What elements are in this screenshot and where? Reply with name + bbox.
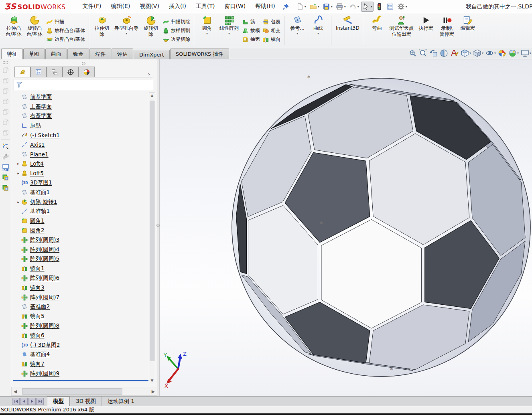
sketch-point-marker[interactable]: * [307,75,311,82]
open-button[interactable]: ▾ [308,2,321,12]
tab-钣金[interactable]: 钣金 [67,49,89,59]
options-list-button[interactable] [385,2,395,12]
rollback-bar[interactable] [13,380,148,381]
view-cube-icon[interactable] [2,119,10,127]
mirror-button[interactable]: 镜向 [262,35,280,44]
dropdown-caret-icon[interactable]: ▾ [406,5,407,8]
scrollbar-thumb[interactable] [22,388,122,395]
lofted-cut-button[interactable]: 放样切割 [162,26,190,35]
revolved-boss-button[interactable]: 旋转凸台/基体 [24,14,45,47]
displaymanager-tab[interactable] [79,67,95,77]
edit-macro-button[interactable]: 编辑宏 [457,14,478,47]
dropdown-caret-icon[interactable]: ▾ [371,5,372,8]
tree-item[interactable]: 阵列(圆周)4 [11,245,148,255]
dropdown-caret-icon[interactable]: ▾ [530,51,531,55]
tree-item[interactable]: 右基準面 [11,111,148,121]
view-cube-icon[interactable] [2,87,10,95]
shell-button[interactable]: 抽壳 [242,35,260,44]
view-cube-icon[interactable] [2,77,10,85]
tab-SOLIDWORKS 插件[interactable]: SOLIDWORKS 插件 [170,49,229,59]
swept-cut-button[interactable]: 扫描切除 [162,17,190,26]
tree-item[interactable]: 前基準面 [11,92,148,102]
tree-item[interactable]: 镜向3 [11,283,148,293]
view-orientation-button[interactable]: ▾ [461,49,471,57]
tab-曲面[interactable]: 曲面 [45,49,67,59]
dropdown-caret-icon[interactable]: ▾ [317,32,319,35]
tab-特征[interactable]: 特征 [1,49,23,59]
dropdown-caret-icon[interactable]: ▾ [517,51,519,55]
menu-item-1[interactable]: 编辑(E) [106,0,135,12]
view-cube-icon[interactable] [2,129,10,137]
tree-item[interactable]: Axis1 [11,140,148,150]
section-view-button[interactable] [440,49,448,57]
tree-item[interactable]: 3D草图1 [11,178,148,188]
curves-button[interactable]: 曲线▾ [308,14,329,47]
tree-item[interactable]: 镜向1 [11,264,148,273]
tree-item[interactable]: 上基準面 [11,102,148,111]
tree-item[interactable]: ▸切除-旋转1 [11,197,148,207]
graphics-viewport[interactable]: * * * Y Z X [160,59,532,396]
display-style-button[interactable]: ▾ [473,49,483,57]
instant3d-button[interactable]: Instant3D [334,14,361,47]
screen-capture-icon[interactable] [2,163,10,171]
expand-arrow-icon[interactable]: ▸ [15,162,21,166]
flex-button[interactable]: 弯曲 [367,14,388,47]
reference-geometry-button[interactable]: 参考...▾ [287,14,308,47]
apply-scene-button[interactable]: ▾ [508,49,519,57]
tree-item[interactable]: 原點 [11,121,148,130]
print-button[interactable]: ▾ [335,2,347,12]
tree-item[interactable]: 阵列(圆周)6 [11,273,148,283]
hide-show-items-button[interactable]: ▾ [485,49,496,57]
menu-item-0[interactable]: 文件(F) [78,0,106,12]
sheet-tab-1[interactable]: 3D 视图 [70,397,102,406]
dropdown-caret-icon[interactable]: ▾ [296,32,298,35]
dropdown-caret-icon[interactable]: ▾ [305,5,306,8]
dropdown-caret-icon[interactable]: ▾ [344,5,346,8]
panel-tabs-more-button[interactable]: › [146,71,152,77]
lofted-boss-button[interactable]: 放样凸台/基体 [46,26,85,35]
panel-collapse-handle[interactable] [82,62,85,65]
last-sheet-button[interactable] [36,398,44,405]
scroll-left-icon[interactable]: ◀ [12,389,19,394]
previous-view-button[interactable] [429,49,438,57]
draft-button[interactable]: 拔模 [242,26,260,35]
next-sheet-button[interactable] [28,398,36,405]
tree-horizontal-scrollbar[interactable]: ◀ ▶ [11,387,157,396]
scroll-right-icon[interactable]: ▶ [150,389,157,394]
dimxpertmanager-tab[interactable] [63,67,79,77]
extruded-cut-button[interactable]: 拉伸切除 [91,14,112,47]
settings-button[interactable]: ▾ [396,2,408,12]
dropdown-caret-icon[interactable]: ▾ [331,5,333,8]
select-button[interactable]: ▾ [361,2,374,12]
view-cube-icon[interactable] [2,98,10,106]
splitter-handle[interactable] [156,224,160,227]
linear-pattern-button[interactable]: 线性阵列▾ [217,14,241,47]
annotations-button[interactable] [450,49,459,57]
hole-wizard-button[interactable]: 异型孔向导▾ [112,14,140,47]
dropdown-caret-icon[interactable]: ▾ [357,5,359,8]
configurationmanager-tab[interactable] [47,67,63,77]
tab-DimXpert[interactable]: DimXpert [134,50,170,59]
tree-item[interactable]: 基准面2 [11,302,148,312]
new-document-button[interactable]: ▾ [295,2,307,12]
expand-arrow-icon[interactable]: ▸ [15,200,21,204]
menu-item-4[interactable]: 工具(T) [191,0,219,12]
extruded-boss-button[interactable]: 拉伸凸台/基体 [3,14,24,47]
dropdown-caret-icon[interactable]: ▾ [228,32,230,35]
menu-item-2[interactable]: 视图(V) [135,0,164,12]
dropdown-caret-icon[interactable]: ▾ [494,51,496,55]
save-button[interactable]: ▾ [321,2,334,12]
sheet-tab-2[interactable]: 运动算例 1 [102,397,140,406]
dropdown-caret-icon[interactable]: ▾ [482,51,483,55]
tree-item[interactable]: 基准面4 [11,350,148,360]
dropdown-caret-icon[interactable]: ▾ [206,32,208,35]
menu-item-6[interactable]: 帮助(H) [250,0,280,12]
expand-arrow-icon[interactable]: ▸ [15,171,21,175]
featuremanager-tab[interactable] [14,67,30,77]
rebuild-button[interactable] [374,2,384,12]
tree-item[interactable]: 基准轴1 [11,207,148,217]
view-cube-icon[interactable] [2,108,10,116]
dropdown-caret-icon[interactable]: ▾ [318,5,319,8]
tree-item[interactable]: 阵列(圆周)3 [11,235,148,245]
zoom-area-button[interactable] [419,49,427,57]
